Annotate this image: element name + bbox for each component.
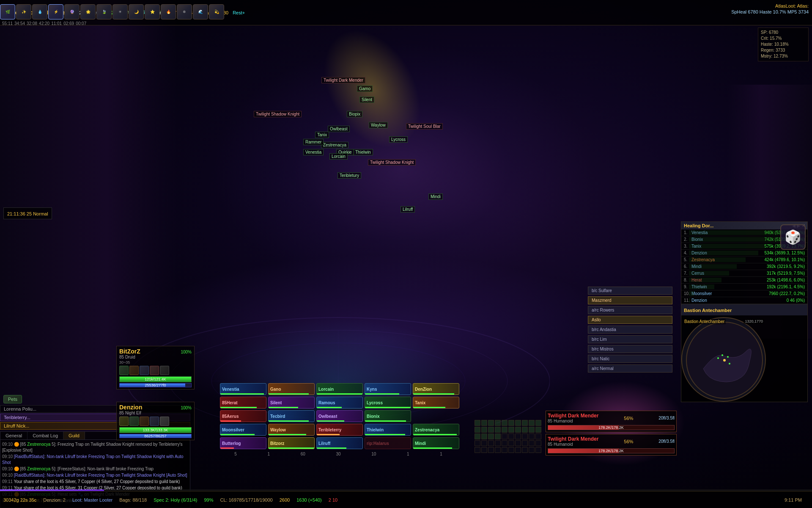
action-btn-3[interactable]: 💧 <box>32 4 47 19</box>
action-btn-8[interactable]: ☀ <box>112 4 128 19</box>
p2-spell-5[interactable] <box>160 417 169 426</box>
nameplate-tdm-1: Twilight Dark Mender <box>321 77 365 83</box>
dice-icon[interactable]: 🎲 <box>780 224 806 250</box>
pf-lycross[interactable]: Lycross <box>365 397 411 409</box>
hp-row-5: 5. Zestrenacya 424k (4789.6, 10.1%) <box>681 257 807 263</box>
raid-cell-25 <box>508 433 514 439</box>
raid-cell-0 <box>475 420 480 426</box>
action-btn-1[interactable]: 🌿 <box>0 4 15 19</box>
bottom-hp-pct: 99% <box>204 497 213 502</box>
bc-andastia[interactable]: b/rc Andastia <box>588 326 672 334</box>
pf-moonsilver[interactable]: Moonsilver <box>220 424 266 436</box>
pf-lilruff[interactable]: Lilruff <box>316 437 363 449</box>
player1-hp-pct: 100% <box>181 350 192 354</box>
raid-cell-47 <box>522 447 528 453</box>
player1-hp-text: 121k/121.4K <box>120 377 191 382</box>
np-teribletury: Teribletury <box>337 172 361 179</box>
boss2-name: Twilight Dark Mender <box>548 436 598 442</box>
raid-cell-16 <box>515 427 521 433</box>
pf-bitzorz[interactable]: Bitzorz <box>268 437 315 449</box>
pf-butterlog[interactable]: Butterlog <box>220 437 266 449</box>
pf-tecbird[interactable]: Tecbird <box>268 410 315 422</box>
raid-cell-37 <box>522 440 528 446</box>
frame-row-5: Butterlog Bitzorz Lilruff rip:Halarus Mi… <box>220 437 459 449</box>
pf-thielwin[interactable]: Thielwin <box>365 424 411 436</box>
pf-zestrenacya[interactable]: Zestrenacya <box>413 424 459 436</box>
action-btn-7[interactable]: 🍃 <box>96 4 112 19</box>
raid-cell-10 <box>475 427 480 433</box>
bc-mistros[interactable]: b/rc Mistros <box>588 345 672 353</box>
spell-icon-5[interactable] <box>160 366 169 375</box>
bc-lim[interactable]: b/rc Lim <box>588 335 672 343</box>
p2-spell-4[interactable] <box>150 417 159 426</box>
char-regen: Regen: 3733 <box>761 47 806 53</box>
action-btn-2[interactable]: ✨ <box>16 4 31 19</box>
tab-general[interactable]: General <box>0 432 27 439</box>
pf-waylow[interactable]: Waylow <box>268 424 315 436</box>
pf-teribleterry[interactable]: Teribleterry <box>316 424 363 436</box>
raid-cell-11 <box>481 427 487 433</box>
frame-row-1: Venestia Gano Lorcain Kyns DenZion <box>220 383 459 395</box>
action-btn-5[interactable]: 🔮 <box>64 4 80 19</box>
frame-row-4: Moonsilver Waylow Teribleterry Thielwin … <box>220 424 459 436</box>
pf-mindi[interactable]: Mindi <box>413 437 459 449</box>
raid-cell-48 <box>529 447 535 453</box>
player2-hp-pct: 100% <box>181 406 192 410</box>
np-owlbeast: Owlbeast <box>328 126 350 132</box>
action-btn-11[interactable]: 🔥 <box>161 4 176 19</box>
pf-gano[interactable]: Gano <box>268 383 315 395</box>
bc-asllo[interactable]: Asllo <box>588 316 672 324</box>
pf-ramous[interactable]: Ramous <box>316 397 363 409</box>
raid-cell-7 <box>522 420 528 426</box>
tab-combat-log[interactable]: Combat Log <box>27 432 63 439</box>
bc-nermal[interactable]: a/rc Nermal <box>588 364 672 373</box>
restxp-stat: Rest+ <box>233 10 245 15</box>
boss2-hp-bar: 178.2K/178.2K <box>548 448 675 453</box>
spell-icon-1[interactable] <box>119 366 129 375</box>
pf-denzion[interactable]: DenZion <box>413 383 459 395</box>
raid-cell-41 <box>481 447 487 453</box>
pf-owlbeast[interactable]: Owlbeast <box>316 410 363 422</box>
pf-lorcain[interactable]: Lorcain <box>316 383 363 395</box>
action-btn-10[interactable]: ⭐ <box>145 4 160 19</box>
pf-kyns[interactable]: Kyns <box>365 383 411 395</box>
np-lilruff: Lilruff <box>401 206 415 213</box>
raid-cell-23 <box>495 433 501 439</box>
player2-hp-text: 133.3K/133.3K <box>120 428 191 433</box>
p2-spell-2[interactable] <box>129 417 139 426</box>
spell-icon-2[interactable] <box>129 366 139 375</box>
bc-rowers[interactable]: a/rc Rowers <box>588 306 672 314</box>
action-btn-6[interactable]: 🌟 <box>80 4 96 19</box>
player2-name: Denzion <box>119 404 142 411</box>
np-lorcain: Lorcain <box>329 153 348 160</box>
raid-cell-5 <box>508 420 514 426</box>
chat-msg-2: 09:10 [RaidBuffStatus]: Non-tank Lilruff… <box>2 454 188 466</box>
pets-button[interactable]: Pets <box>3 395 22 403</box>
p2-spell-3[interactable] <box>140 417 149 426</box>
pf-venestia[interactable]: Venestia <box>220 383 266 395</box>
pf-aerus[interactable]: 85Aerus <box>220 410 266 422</box>
bc-sulfare[interactable]: b/c Sulfare <box>588 287 672 295</box>
hp-row-7: 7. Cerrus 317k (5219.9, 7.5%) <box>681 270 807 277</box>
frame-xp-row: 5 1 60 30 10 1 1 <box>220 451 457 457</box>
tab-guild[interactable]: Guild <box>63 432 85 439</box>
action-btn-12[interactable]: ❄ <box>177 4 192 19</box>
bc-maszmerd[interactable]: Maszmerd <box>588 296 672 304</box>
action-btn-4[interactable]: ⚡ <box>48 4 63 19</box>
pf-silent[interactable]: Silent <box>268 397 315 409</box>
pf-bionix[interactable]: Bionix <box>365 410 411 422</box>
xp-fill <box>0 489 104 491</box>
action-btn-9[interactable]: 🌙 <box>129 4 144 19</box>
action-btn-14[interactable]: 💫 <box>209 4 224 19</box>
spell-icon-4[interactable] <box>150 366 159 375</box>
spell-icon-3[interactable] <box>140 366 149 375</box>
bc-natic[interactable]: b/rc Natic <box>588 355 672 363</box>
action-btn-13[interactable]: 🌊 <box>193 4 208 19</box>
raid-cell-13 <box>495 427 501 433</box>
spheal-text: SpHeal 6780 Haste 10.7% MP5 3734 <box>731 9 809 14</box>
pf-herat[interactable]: 85Herat <box>220 397 266 409</box>
pf-halarus[interactable]: rip:Halarus <box>365 437 411 449</box>
svg-point-10 <box>727 356 729 358</box>
pf-tanix[interactable]: Tanix <box>413 397 459 409</box>
p2-spell-1[interactable] <box>119 417 129 426</box>
